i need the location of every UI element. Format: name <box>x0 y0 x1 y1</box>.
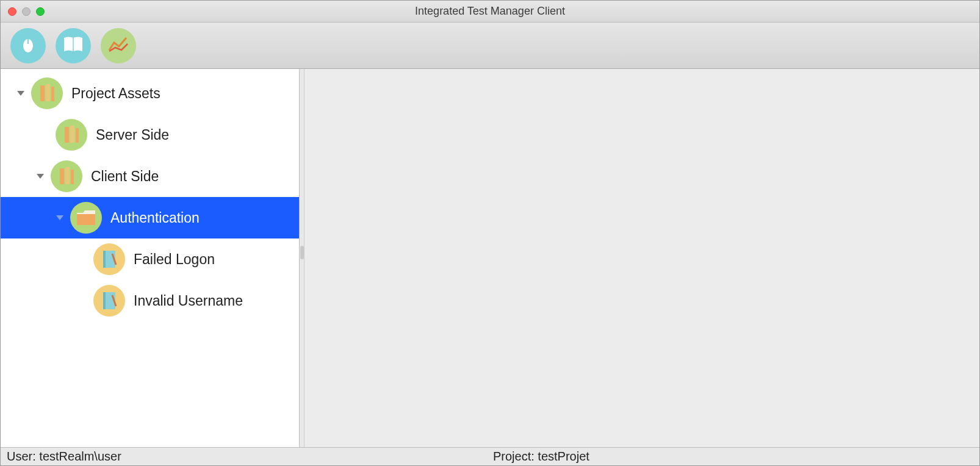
books-icon <box>56 119 87 151</box>
tree-label: Client Side <box>91 168 159 185</box>
svg-rect-4 <box>40 85 45 101</box>
books-icon <box>51 160 82 192</box>
svg-rect-13 <box>71 170 74 184</box>
toolbar <box>1 23 979 69</box>
status-user: User: testRealm\user <box>1 450 493 464</box>
close-button[interactable] <box>8 7 16 16</box>
maximize-button[interactable] <box>36 7 45 16</box>
mouse-tool-button[interactable] <box>10 28 46 63</box>
tree-item-client-side[interactable]: Client Side <box>1 156 299 197</box>
tree-item-project-assets[interactable]: Project Assets <box>1 73 299 114</box>
svg-rect-9 <box>76 128 79 143</box>
book-icon <box>63 35 84 56</box>
svg-rect-20 <box>103 292 106 309</box>
svg-rect-5 <box>46 84 50 101</box>
svg-rect-11 <box>60 168 64 184</box>
app-window: Integrated Test Manager Client <box>0 0 980 466</box>
tree-item-failed-logon[interactable]: Failed Logon <box>1 238 299 280</box>
titlebar: Integrated Test Manager Client <box>1 1 979 23</box>
tree-label: Authentication <box>110 210 200 226</box>
status-user-prefix: User: <box>7 450 39 463</box>
svg-marker-10 <box>37 174 44 179</box>
tree-item-invalid-username[interactable]: Invalid Username <box>1 280 299 321</box>
folder-icon <box>70 202 102 234</box>
svg-rect-6 <box>51 87 54 101</box>
svg-rect-7 <box>65 127 69 143</box>
status-project-value: testProjet <box>538 450 589 463</box>
disclosure-triangle-icon[interactable] <box>15 88 26 99</box>
content-area: Project Assets Server Side Client Side <box>1 69 979 447</box>
book-tool-button[interactable] <box>56 28 91 63</box>
svg-rect-8 <box>70 126 74 143</box>
tree-label: Server Side <box>96 127 169 143</box>
minimize-button[interactable] <box>22 7 31 16</box>
tree-label: Failed Logon <box>134 251 215 268</box>
svg-rect-17 <box>103 251 106 268</box>
statusbar: User: testRealm\user Project: testProjet <box>1 447 979 465</box>
svg-marker-14 <box>56 215 63 220</box>
status-project-prefix: Project: <box>493 450 538 463</box>
detail-pane <box>304 69 979 447</box>
books-icon <box>31 77 63 109</box>
mouse-icon <box>19 35 37 56</box>
chart-icon <box>108 35 129 56</box>
notebook-icon <box>93 243 125 275</box>
disclosure-triangle-icon[interactable] <box>35 171 46 182</box>
tree-label: Project Assets <box>71 85 160 102</box>
disclosure-triangle-icon[interactable] <box>54 212 65 223</box>
splitter-handle[interactable] <box>300 69 304 447</box>
notebook-icon <box>93 285 125 317</box>
tree-item-server-side[interactable]: Server Side <box>1 114 299 156</box>
status-project: Project: testProjet <box>493 450 979 464</box>
window-title: Integrated Test Manager Client <box>415 5 565 18</box>
chart-tool-button[interactable] <box>101 28 136 63</box>
tree-sidebar: Project Assets Server Side Client Side <box>1 69 300 447</box>
tree-label: Invalid Username <box>134 293 243 309</box>
svg-rect-12 <box>65 167 70 184</box>
svg-marker-3 <box>17 91 24 96</box>
status-user-value: testRealm\user <box>39 450 121 463</box>
svg-rect-15 <box>77 214 95 225</box>
traffic-lights <box>8 7 45 16</box>
tree-item-authentication[interactable]: Authentication <box>1 197 299 238</box>
